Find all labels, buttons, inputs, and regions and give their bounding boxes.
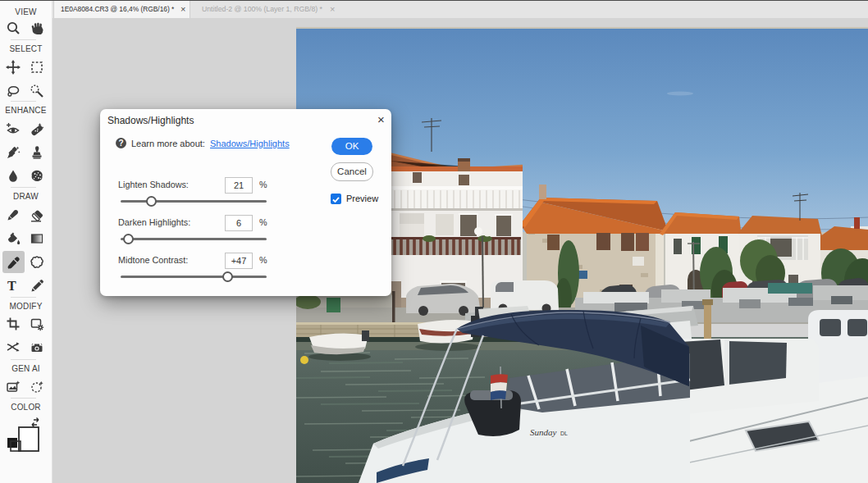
svg-text:DL: DL [560, 431, 568, 436]
svg-text:Sunday: Sunday [530, 427, 557, 437]
